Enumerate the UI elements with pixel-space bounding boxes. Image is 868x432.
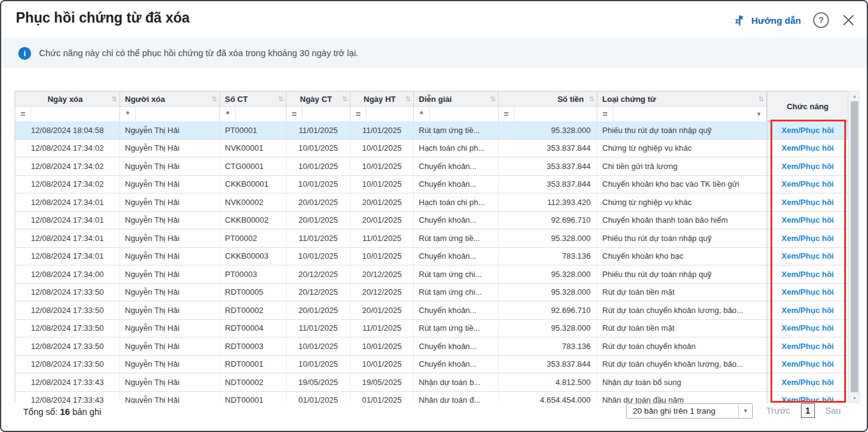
filter-input-3[interactable] (302, 107, 350, 121)
view-restore-link[interactable]: Xem/Phục hồi (781, 306, 834, 315)
filter-input-5[interactable] (430, 107, 498, 121)
column-header-5[interactable]: Diễn giải⇅ (414, 92, 499, 107)
filter-input-7[interactable] (613, 107, 752, 121)
filter-input-2[interactable] (236, 107, 286, 121)
scroll-down-icon[interactable]: ▼ (850, 394, 859, 402)
documents-table: Ngày xóa⇅Người xóa⇅Số CT⇅Ngày CT⇅Ngày HT… (15, 91, 848, 403)
action-cell: Xem/Phục hồi (767, 284, 848, 301)
cell: RDT00004 (220, 320, 286, 337)
cell: Nguyễn Thị Hải (120, 193, 220, 211)
cell: Chuyển khoản kho bạc (597, 248, 767, 265)
column-header-6[interactable]: Số tiền⇅ (499, 92, 597, 107)
sort-icon[interactable]: ⇅ (589, 95, 594, 103)
view-restore-link[interactable]: Xem/Phục hồi (781, 251, 834, 261)
prev-page-button[interactable]: Trước (766, 406, 791, 416)
view-restore-link[interactable]: Xem/Phục hồi (781, 179, 834, 189)
table-row[interactable]: 12/08/2024 17:33:50Nguyễn Thị HảiRDT0000… (15, 284, 848, 302)
sort-icon[interactable]: ⇅ (212, 95, 217, 103)
filter-cell-1: * (120, 107, 220, 121)
table-row[interactable]: 12/08/2024 17:34:01Nguyễn Thị HảiPT00002… (15, 229, 848, 248)
page-size-select[interactable]: 20 bản ghi trên 1 trang ▼ (626, 403, 753, 419)
column-header-0[interactable]: Ngày xóa⇅ (15, 92, 120, 107)
cell: Nhận dự toán bổ sung (597, 373, 767, 391)
next-page-button[interactable]: Sau (825, 406, 841, 416)
table-row[interactable]: 12/08/2024 18:04:58Nguyễn Thị HảiPT00001… (15, 121, 848, 140)
close-icon[interactable] (841, 13, 856, 27)
filter-operator-icon[interactable]: * (414, 107, 430, 121)
filter-input-6[interactable] (514, 107, 597, 121)
current-page[interactable]: 1 (801, 403, 815, 418)
view-restore-link[interactable]: Xem/Phục hồi (781, 126, 834, 135)
table-row[interactable]: 12/08/2024 17:34:00Nguyễn Thị HảiPT00003… (15, 265, 848, 284)
view-restore-link[interactable]: Xem/Phục hồi (781, 234, 834, 243)
view-restore-link[interactable]: Xem/Phục hồi (781, 270, 834, 279)
table-row[interactable]: 12/08/2024 17:34:02Nguyễn Thị HảiNVK0000… (15, 140, 848, 158)
guide-link[interactable]: Hướng dẫn (733, 14, 801, 27)
sort-icon[interactable]: ⇅ (278, 95, 283, 103)
cell: 4.812.500 (499, 373, 597, 391)
table-row[interactable]: 12/08/2024 17:34:02Nguyễn Thị HảiCKKB000… (15, 176, 848, 194)
view-restore-link[interactable]: Xem/Phục hồi (781, 162, 834, 171)
scrollbar-thumb[interactable] (851, 101, 858, 392)
cell: 20/01/2025 (350, 193, 414, 211)
table-row[interactable]: 12/08/2024 17:34:01Nguyễn Thị HảiCKKB000… (15, 248, 848, 266)
table-row[interactable]: 12/08/2024 17:33:43Nguyễn Thị HảiNDT0000… (15, 392, 848, 404)
table-row[interactable]: 12/08/2024 17:34:01Nguyễn Thị HảiCKKB000… (15, 212, 848, 230)
filter-input-4[interactable] (366, 107, 413, 121)
table-row[interactable]: 12/08/2024 17:33:50Nguyễn Thị HảiRDT0000… (15, 320, 848, 338)
view-restore-link[interactable]: Xem/Phục hồi (781, 215, 834, 225)
sort-icon[interactable]: ⇅ (112, 95, 117, 103)
cell: Chuyển khoản... (414, 356, 499, 373)
column-header-4[interactable]: Ngày HT⇅ (350, 92, 414, 107)
action-cell: Xem/Phục hồi (767, 356, 848, 373)
column-header-7[interactable]: Loại chứng từ⇅ (597, 92, 767, 107)
view-restore-link[interactable]: Xem/Phục hồi (781, 143, 834, 153)
table-row[interactable]: 12/08/2024 17:33:50Nguyễn Thị HảiRDT0000… (15, 337, 848, 356)
filter-operator-icon[interactable]: = (15, 107, 31, 121)
cell: 353.837.844 (499, 140, 597, 157)
table-row[interactable]: 12/08/2024 17:34:01Nguyễn Thị HảiNVK0000… (15, 193, 848, 212)
cell: 92.696.710 (499, 212, 597, 229)
cell: 20/01/2025 (350, 212, 414, 229)
filter-operator-icon[interactable]: * (220, 107, 236, 121)
filter-dropdown-icon[interactable]: ▼ (752, 111, 766, 117)
cell: CKKB00001 (220, 176, 286, 193)
view-restore-link[interactable]: Xem/Phục hồi (781, 359, 834, 369)
view-restore-link[interactable]: Xem/Phục hồi (781, 342, 834, 351)
vertical-scrollbar[interactable]: ▲ ▼ (850, 91, 859, 403)
cell: 95.328.000 (499, 320, 597, 337)
filter-operator-icon[interactable]: = (597, 107, 613, 121)
cell: 10/01/2025 (350, 176, 414, 193)
column-header-label: Diễn giải (419, 95, 489, 104)
table-row[interactable]: 12/08/2024 17:33:50Nguyễn Thị HảiRDT0000… (15, 356, 848, 374)
help-icon[interactable]: ? (813, 12, 829, 28)
action-cell: Xem/Phục hồi (767, 337, 848, 355)
cell: 12/08/2024 17:34:01 (15, 248, 120, 265)
sort-icon[interactable]: ⇅ (758, 95, 764, 103)
filter-input-0[interactable] (31, 107, 119, 121)
view-restore-link[interactable]: Xem/Phục hồi (781, 198, 834, 207)
cell: 12/08/2024 17:33:43 (15, 392, 120, 404)
cell: PT00001 (220, 121, 286, 139)
view-restore-link[interactable]: Xem/Phục hồi (781, 378, 834, 387)
cell: 95.328.000 (499, 229, 597, 247)
cell: Nguyễn Thị Hải (120, 392, 220, 404)
filter-operator-icon[interactable]: = (499, 107, 514, 121)
filter-input-1[interactable] (136, 107, 219, 121)
view-restore-link[interactable]: Xem/Phục hồi (781, 323, 834, 333)
filter-operator-icon[interactable]: = (350, 107, 366, 121)
view-restore-link[interactable]: Xem/Phục hồi (781, 287, 834, 297)
filter-operator-icon[interactable]: * (120, 107, 136, 121)
sort-icon[interactable]: ⇅ (342, 95, 347, 103)
scroll-up-icon[interactable]: ▲ (850, 92, 859, 100)
table-row[interactable]: 12/08/2024 17:33:43Nguyễn Thị HảiNDT0000… (15, 373, 848, 392)
table-row[interactable]: 12/08/2024 17:34:02Nguyễn Thị HảiCTG0000… (15, 157, 848, 176)
sort-icon[interactable]: ⇅ (405, 95, 411, 103)
column-header-1[interactable]: Người xóa⇅ (120, 92, 220, 107)
sort-icon[interactable]: ⇅ (490, 95, 496, 103)
column-header-3[interactable]: Ngày CT⇅ (286, 92, 350, 107)
column-header-2[interactable]: Số CT⇅ (220, 92, 286, 107)
filter-operator-icon[interactable]: = (286, 107, 302, 121)
table-row[interactable]: 12/08/2024 17:33:50Nguyễn Thị HảiRDT0000… (15, 301, 848, 320)
cell: 112.393.420 (499, 193, 597, 211)
